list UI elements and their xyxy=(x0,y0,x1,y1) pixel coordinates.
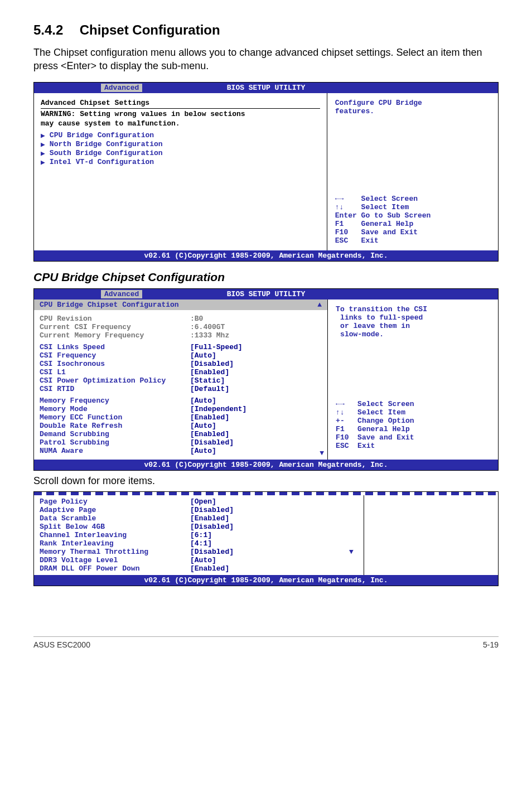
bios-header: BIOS SETUP UTILITY Advanced xyxy=(34,83,498,93)
help-line: links to full-speed xyxy=(336,313,490,322)
option-row[interactable]: Patrol Scrubbing[Disabled] xyxy=(40,438,322,447)
menu-item-cpu-bridge[interactable]: ▶CPU Bridge Configuration xyxy=(41,131,320,140)
option-row[interactable]: Memory Mode[Independent] xyxy=(40,405,322,413)
option-row[interactable]: NUMA Aware[Auto] xyxy=(40,447,322,455)
bios-screen-2: BIOS SETUP UTILITY Advanced CPU Bridge C… xyxy=(33,288,499,471)
bios-footer: v02.61 (C)Copyright 1985-2009, American … xyxy=(34,250,498,261)
bios-screen-3: Page Policy[Open] Adaptive Page[Disabled… xyxy=(33,491,499,586)
section-heading: 5.4.2 Chipset Configuration xyxy=(33,22,499,38)
tab-advanced[interactable]: Advanced xyxy=(101,290,142,298)
section-number: 5.4.2 xyxy=(33,22,76,38)
option-row[interactable]: Double Rate Refresh[Auto] xyxy=(40,422,322,430)
warning-line-2: may cause system to malfunction. xyxy=(41,119,320,128)
help-line: slow-mode. xyxy=(336,330,490,339)
option-row[interactable]: CSI RTID[Default] xyxy=(40,385,322,393)
bios-left-panel: CPU Bridge Chipset Configuration ▲ CPU R… xyxy=(34,299,328,460)
menu-item-intel-vtd[interactable]: ▶Intel VT-d Configuration xyxy=(41,158,320,167)
help-text-1: Configure CPU Bridge xyxy=(335,99,490,107)
warning-line-1: WARNING: Setting wrong values in below s… xyxy=(41,108,320,118)
bios-title: BIOS SETUP UTILITY xyxy=(227,84,305,92)
option-row[interactable]: CSI Power Optimization Policy[Static] xyxy=(40,376,322,385)
scroll-down-icon[interactable]: ▼ xyxy=(320,449,324,457)
menu-item-north-bridge[interactable]: ▶North Bridge Configuration xyxy=(41,140,320,149)
info-row: CPU Revision:B0 xyxy=(40,315,322,323)
option-row[interactable]: CSI L1[Enabled] xyxy=(40,368,322,376)
bios-header: BIOS SETUP UTILITY Advanced xyxy=(34,289,498,299)
tab-advanced[interactable]: Advanced xyxy=(101,84,142,92)
option-row[interactable]: Demand Scrubbing[Enabled] xyxy=(40,430,322,438)
bios-footer: v02.61 (C)Copyright 1985-2009, American … xyxy=(34,575,498,586)
bios-help-panel: To transition the CSI links to full-spee… xyxy=(328,299,498,460)
bios-screen-1: BIOS SETUP UTILITY Advanced Advanced Chi… xyxy=(33,82,499,262)
triangle-right-icon: ▶ xyxy=(41,149,45,158)
option-row[interactable]: DDR3 Voltage Level[Auto] xyxy=(34,556,364,564)
option-row[interactable]: Memory Thermal Throttling[Disabled]▼ xyxy=(34,548,364,556)
menu-item-south-bridge[interactable]: ▶South Bridge Configuration xyxy=(41,149,320,158)
bios-help-panel: Configure CPU Bridge features. ←→ Select… xyxy=(327,93,498,250)
help-text-2: features. xyxy=(335,107,490,115)
panel-heading: Advanced Chipset Settings xyxy=(41,99,320,107)
panel-heading: CPU Bridge Chipset Configuration xyxy=(40,301,179,309)
help-line: or leave them in xyxy=(336,322,490,330)
option-row[interactable]: Data Scramble[Enabled] xyxy=(34,514,364,523)
triangle-right-icon: ▶ xyxy=(41,131,45,140)
footer-right: 5-19 xyxy=(483,640,499,649)
footer-left: ASUS ESC2000 xyxy=(33,640,90,649)
option-row[interactable]: Memory ECC Function[Enabled] xyxy=(40,413,322,422)
triangle-right-icon: ▶ xyxy=(41,158,45,167)
option-row[interactable]: CSI Links Speed[Full-Speed] xyxy=(40,343,322,351)
info-row: Current Memory Frequency:1333 Mhz xyxy=(40,331,322,340)
option-row[interactable]: Page Policy[Open] xyxy=(34,497,364,506)
nav-keys: ←→ Select Screen ↑↓ Select Item Enter Go… xyxy=(335,195,431,245)
option-row[interactable]: CSI Frequency[Auto] xyxy=(40,351,322,360)
bios-left-panel: Advanced Chipset Settings WARNING: Setti… xyxy=(34,93,327,250)
page-footer: ASUS ESC2000 5-19 xyxy=(33,636,499,649)
option-row[interactable]: Memory Frequency[Auto] xyxy=(40,397,322,405)
option-row[interactable]: DRAM DLL OFF Power Down[Enabled] xyxy=(34,564,364,573)
section-title-text: Chipset Configuration xyxy=(80,22,220,37)
triangle-right-icon: ▶ xyxy=(41,140,45,149)
option-row[interactable]: Adaptive Page[Disabled] xyxy=(34,506,364,514)
bios-title: BIOS SETUP UTILITY xyxy=(227,290,305,298)
option-row[interactable]: Channel Interleaving[6:1] xyxy=(34,531,364,539)
intro-paragraph: The Chipset configuration menu allows yo… xyxy=(33,46,499,73)
scroll-note: Scroll down for more items. xyxy=(33,475,499,487)
option-row[interactable]: Split Below 4GB[Disabled] xyxy=(34,523,364,531)
option-row[interactable]: Rank Interleaving[4:1] xyxy=(34,539,364,548)
subsection-heading: CPU Bridge Chipset Configuration xyxy=(33,270,499,284)
bios-footer: v02.61 (C)Copyright 1985-2009, American … xyxy=(34,460,498,470)
scroll-down-icon[interactable]: ▼ xyxy=(349,548,358,556)
nav-keys: ←→ Select Screen ↑↓ Select Item +- Chang… xyxy=(336,400,490,450)
option-row[interactable]: CSI Isochronous[Disabled] xyxy=(40,360,322,368)
help-line: To transition the CSI xyxy=(336,305,490,313)
scroll-up-icon[interactable]: ▲ xyxy=(317,301,322,309)
info-row: Current CSI Frequency:6.400GT xyxy=(40,323,322,331)
